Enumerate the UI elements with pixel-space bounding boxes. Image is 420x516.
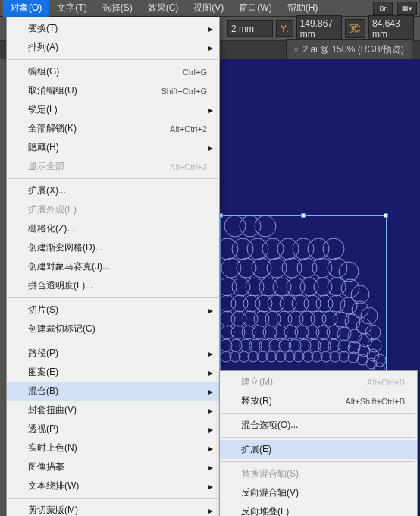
submenu-release[interactable]: 释放(R)Alt+Shift+Ctrl+B xyxy=(220,392,417,411)
chevron-right-icon: ▸ xyxy=(208,367,213,378)
y-value[interactable]: 149.867 mm xyxy=(296,15,342,42)
menu-live-paint[interactable]: 实时上色(N)▸ xyxy=(7,439,219,458)
chevron-right-icon: ▸ xyxy=(208,24,213,34)
separator xyxy=(221,413,415,414)
submenu-reverse-front-back[interactable]: 反向堆叠(F) xyxy=(220,502,417,516)
menu-lock[interactable]: 锁定(L)▸ xyxy=(7,100,219,119)
submenu-reverse-spine[interactable]: 反向混合轴(V) xyxy=(220,483,417,502)
menu-ungroup[interactable]: 取消编组(U)Shift+Ctrl+G xyxy=(7,81,219,100)
menu-pattern[interactable]: 图案(E)▸ xyxy=(7,363,219,382)
chevron-right-icon: ▸ xyxy=(208,405,213,416)
menu-object-mosaic[interactable]: 创建对象马赛克(J)... xyxy=(7,257,219,276)
menubar-item-window[interactable]: 窗口(W) xyxy=(231,0,279,17)
chevron-right-icon: ▸ xyxy=(208,305,213,316)
x-value[interactable]: 2 mm xyxy=(227,20,273,37)
chevron-right-icon: ▸ xyxy=(208,505,213,516)
chevron-right-icon: ▸ xyxy=(208,481,213,492)
menu-transform[interactable]: 变换(T)▸ xyxy=(7,19,219,38)
menu-gradient-mesh[interactable]: 创建渐变网格(D)... xyxy=(7,238,219,257)
menubar-item-effect[interactable]: 效果(C) xyxy=(140,0,186,17)
menu-perspective[interactable]: 透视(P)▸ xyxy=(7,420,219,439)
menu-unlock-all[interactable]: 全部解锁(K)Alt+Ctrl+2 xyxy=(7,119,219,138)
selection-handle[interactable] xyxy=(384,213,388,218)
separator xyxy=(8,498,218,499)
layout-button[interactable]: ▦▾ xyxy=(397,2,417,15)
separator xyxy=(8,178,218,179)
submenu-make: 建立(M)Alt+Ctrl+B xyxy=(220,373,417,392)
y-label: Y: xyxy=(276,20,293,37)
separator xyxy=(8,59,218,60)
menu-hide[interactable]: 隐藏(H)▸ xyxy=(7,138,219,157)
chevron-right-icon: ▸ xyxy=(208,462,213,473)
submenu-expand[interactable]: 扩展(E) xyxy=(220,440,417,459)
chevron-right-icon: ▸ xyxy=(208,42,213,53)
chevron-right-icon: ▸ xyxy=(208,424,213,435)
menu-envelope-distort[interactable]: 封套扭曲(V)▸ xyxy=(7,401,219,420)
menu-crop-marks[interactable]: 创建裁切标记(C) xyxy=(7,319,219,338)
bridge-button[interactable]: Br xyxy=(373,2,393,15)
menu-expand-appearance: 扩展外观(E) xyxy=(7,200,219,219)
menubar-item-view[interactable]: 视图(V) xyxy=(186,0,231,17)
selection-handle[interactable] xyxy=(301,213,306,218)
chevron-right-icon: ▸ xyxy=(208,386,213,397)
separator xyxy=(8,341,218,341)
menu-group[interactable]: 编组(G)Ctrl+G xyxy=(7,62,219,81)
menu-flatten-transparency[interactable]: 拼合透明度(F)... xyxy=(7,276,219,295)
menu-rasterize[interactable]: 栅格化(Z)... xyxy=(7,219,219,238)
submenu-replace-spine: 替换混合轴(S) xyxy=(220,464,417,483)
width-label: 宽: xyxy=(345,19,365,38)
menu-image-trace[interactable]: 图像描摹▸ xyxy=(7,458,219,477)
menu-bar: 对象(O) 文字(T) 选择(S) 效果(C) 视图(V) 窗口(W) 帮助(H… xyxy=(0,0,420,17)
menu-blend[interactable]: 混合(B)▸ xyxy=(7,382,219,401)
tab-title: 2.ai @ 150% (RGB/预览) xyxy=(302,43,404,56)
menu-path[interactable]: 路径(P)▸ xyxy=(7,344,219,363)
chevron-right-icon: ▸ xyxy=(208,143,213,153)
object-menu-dropdown: 变换(T)▸ 排列(A)▸ 编组(G)Ctrl+G 取消编组(U)Shift+C… xyxy=(6,17,220,516)
menu-show-all: 显示全部Alt+Ctrl+3 xyxy=(7,157,219,176)
submenu-blend-options[interactable]: 混合选项(O)... xyxy=(220,416,417,435)
selection-box xyxy=(220,215,387,374)
separator xyxy=(8,297,218,298)
width-value[interactable]: 84.643 mm xyxy=(368,15,414,42)
menubar-item-object[interactable]: 对象(O) xyxy=(3,0,49,17)
menu-arrange[interactable]: 排列(A)▸ xyxy=(7,38,219,57)
menu-expand[interactable]: 扩展(X)... xyxy=(7,181,219,200)
menu-text-wrap[interactable]: 文本绕排(W)▸ xyxy=(7,477,219,496)
chevron-right-icon: ▸ xyxy=(208,443,213,454)
menu-slice[interactable]: 切片(S)▸ xyxy=(7,300,219,319)
menubar-item-select[interactable]: 选择(S) xyxy=(95,0,140,17)
close-icon[interactable]: × xyxy=(294,46,299,54)
separator xyxy=(221,461,415,462)
menu-clipping-mask[interactable]: 剪切蒙版(M)▸ xyxy=(7,501,219,516)
chevron-right-icon: ▸ xyxy=(208,105,213,115)
blend-submenu: 建立(M)Alt+Ctrl+B 释放(R)Alt+Shift+Ctrl+B 混合… xyxy=(219,370,418,516)
menubar-item-text[interactable]: 文字(T) xyxy=(49,0,94,17)
chevron-right-icon: ▸ xyxy=(208,348,213,359)
separator xyxy=(221,437,415,438)
document-tab[interactable]: × 2.ai @ 150% (RGB/预览) xyxy=(286,39,412,59)
